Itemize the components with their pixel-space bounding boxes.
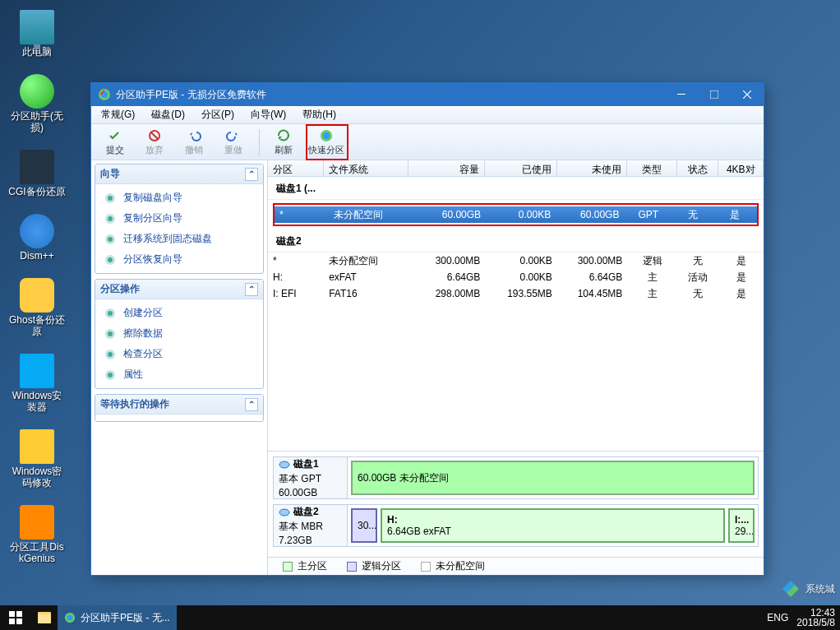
legend: 主分区逻辑分区未分配空间: [268, 557, 764, 575]
undo-icon: [187, 128, 201, 143]
sidebar-panel: 向导⌃复制磁盘向导复制分区向导迁移系统到固态磁盘分区恢复向导: [95, 164, 264, 274]
action-icon: [104, 192, 117, 205]
desktop-icon[interactable]: Dism++: [7, 211, 67, 265]
commit-icon: [108, 128, 122, 143]
taskbar[interactable]: 分区助手PE版 - 无... ENG 12:43 2018/5/8: [0, 605, 840, 630]
desktop-icon[interactable]: Windows安装器: [7, 350, 67, 416]
toolbar-commit-button[interactable]: 提交: [96, 126, 134, 159]
toolbar-redo-button[interactable]: 重做: [215, 126, 252, 159]
partition-list-header: 分区文件系统容量已使用未使用类型状态4KB对齐: [268, 160, 764, 177]
taskbar-app-partition-assistant[interactable]: 分区助手PE版 - 无...: [58, 605, 177, 630]
desktop-icon[interactable]: 分区工具DiskGenius: [7, 502, 67, 567]
partition-assistant-window: 分区助手PE版 - 无损分区免费软件 常规(G)磁盘(D)分区(P)向导(W)帮…: [90, 82, 764, 576]
ime-indicator[interactable]: ENG: [767, 612, 788, 623]
disk-map-partition[interactable]: 30...: [351, 508, 377, 543]
sidebar-action[interactable]: 擦除数据: [95, 323, 263, 344]
panel-header[interactable]: 分区操作⌃: [95, 280, 263, 299]
column-header[interactable]: 4KB对齐: [718, 160, 764, 176]
column-header[interactable]: 状态: [677, 160, 719, 176]
desktop-icon[interactable]: 此电脑: [7, 7, 67, 61]
toolbar-discard-button[interactable]: 放弃: [136, 126, 173, 159]
watermark: 系统城: [779, 577, 835, 600]
sidebar-panel: 等待执行的操作⌃: [95, 394, 264, 422]
svg-point-23: [279, 461, 289, 468]
partition-row[interactable]: *未分配空间60.00GB0.00KB60.00GBGPT无是: [275, 206, 757, 223]
svg-point-6: [323, 132, 330, 139]
sidebar-action[interactable]: 复制磁盘向导: [95, 188, 263, 208]
column-header[interactable]: 容量: [408, 160, 485, 176]
column-header[interactable]: 文件系统: [324, 160, 408, 176]
svg-rect-29: [9, 611, 15, 617]
desktop-icon[interactable]: Windows密码修改: [7, 426, 67, 492]
sidebar-action[interactable]: 复制分区向导: [95, 208, 263, 229]
action-icon: [104, 368, 117, 382]
action-icon: [104, 348, 117, 361]
main-content: 分区文件系统容量已使用未使用类型状态4KB对齐 磁盘1 (...*未分配空间60…: [267, 160, 764, 575]
partition-list: 磁盘1 (...*未分配空间60.00GB0.00KB60.00GBGPT无是磁…: [268, 177, 764, 451]
action-icon: [104, 307, 117, 320]
column-header[interactable]: 分区: [268, 160, 324, 176]
svg-point-36: [67, 615, 73, 621]
svg-point-8: [108, 196, 113, 201]
disk-map-info[interactable]: 磁盘2基本 MBR7.23GB: [274, 505, 348, 546]
menu-item[interactable]: 帮助(H): [296, 106, 343, 123]
svg-rect-34: [38, 614, 51, 623]
close-button[interactable]: [731, 83, 764, 106]
partition-row[interactable]: *未分配空间300.00MB0.00KB300.00MB逻辑无是: [268, 252, 764, 269]
menu-item[interactable]: 磁盘(D): [145, 106, 192, 123]
desktop-app-icon: [20, 10, 54, 44]
panel-header[interactable]: 等待执行的操作⌃: [95, 395, 263, 415]
legend-swatch-icon: [421, 562, 431, 572]
desktop-icon[interactable]: 分区助手(无损): [7, 71, 67, 137]
svg-rect-3: [710, 90, 718, 99]
desktop-icon[interactable]: Ghost备份还原: [7, 275, 67, 340]
desktop-app-icon: [20, 150, 54, 184]
start-button[interactable]: [0, 605, 31, 630]
sidebar-action[interactable]: 分区恢复向导: [95, 249, 263, 270]
maximize-button[interactable]: [698, 83, 731, 106]
desktop-icon[interactable]: CGI备份还原: [7, 146, 67, 201]
disk-map-info[interactable]: 磁盘1基本 GPT60.00GB: [274, 457, 348, 498]
disk-map-partition[interactable]: H:6.64GB exFAT: [381, 508, 725, 543]
sidebar-action[interactable]: 迁移系统到固态磁盘: [95, 229, 263, 249]
disk-group-label[interactable]: 磁盘1 (...: [268, 177, 764, 200]
disk-map-partition[interactable]: I:...29...: [728, 508, 755, 543]
sidebar-action[interactable]: 属性: [95, 364, 263, 385]
sidebar-action[interactable]: 创建分区: [95, 303, 263, 323]
partition-row[interactable]: I: EFIFAT16298.00MB193.55MB104.45MB主无是: [268, 285, 764, 302]
desktop: 此电脑分区助手(无损)CGI备份还原Dism++Ghost备份还原Windows…: [0, 0, 840, 630]
panel-header[interactable]: 向导⌃: [95, 164, 263, 184]
svg-rect-2: [677, 94, 685, 95]
menu-item[interactable]: 常规(G): [95, 106, 141, 123]
column-header[interactable]: 未使用: [557, 160, 628, 176]
window-title: 分区助手PE版 - 无损分区免费软件: [116, 88, 665, 102]
toolbar-refresh-button[interactable]: 刷新: [265, 126, 302, 159]
sidebar-action[interactable]: 检查分区: [95, 344, 263, 364]
desktop-app-icon: [20, 278, 54, 313]
taskbar-file-explorer[interactable]: [31, 605, 58, 630]
disk-map: 磁盘2基本 MBR7.23GB30...H:6.64GB exFATI:...2…: [273, 504, 759, 547]
titlebar[interactable]: 分区助手PE版 - 无损分区免费软件: [91, 83, 764, 106]
toolbar-undo-button[interactable]: 撤销: [175, 126, 213, 159]
disk-group-label[interactable]: 磁盘2: [268, 229, 764, 252]
toolbar-quick-button[interactable]: 快速分区: [307, 126, 345, 159]
column-header[interactable]: 类型: [627, 160, 676, 176]
svg-point-14: [108, 257, 113, 262]
toolbar: 提交放弃撤销重做刷新快速分区: [91, 124, 764, 160]
taskbar-clock[interactable]: 12:43 2018/5/8: [796, 608, 835, 628]
svg-point-22: [108, 373, 113, 378]
partition-row[interactable]: H:exFAT6.64GB0.00KB6.64GB主活动是: [268, 269, 764, 285]
legend-item: 逻辑分区: [347, 559, 401, 573]
legend-swatch-icon: [347, 562, 357, 572]
disk-map-area: 磁盘1基本 GPT60.00GB60.00GB 未分配空间磁盘2基本 MBR7.…: [268, 451, 764, 557]
collapse-icon[interactable]: ⌃: [245, 283, 258, 296]
collapse-icon[interactable]: ⌃: [245, 168, 258, 181]
redo-icon: [226, 128, 241, 143]
column-header[interactable]: 已使用: [485, 160, 556, 176]
disk-map-partition[interactable]: 60.00GB 未分配空间: [351, 461, 755, 495]
collapse-icon[interactable]: ⌃: [245, 398, 258, 411]
menu-item[interactable]: 分区(P): [195, 106, 241, 123]
minimize-button[interactable]: [665, 83, 698, 106]
menu-item[interactable]: 向导(W): [244, 106, 293, 123]
desktop-app-icon: [20, 74, 54, 109]
